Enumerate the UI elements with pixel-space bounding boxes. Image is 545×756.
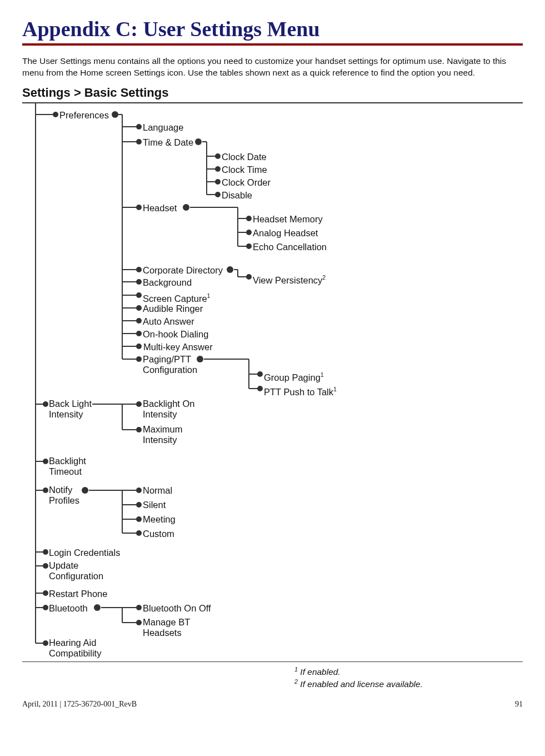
- svg-point-2: [53, 112, 58, 117]
- node-clock-order: Clock Order: [222, 177, 271, 188]
- node-custom: Custom: [143, 528, 174, 539]
- svg-point-31: [136, 279, 142, 285]
- svg-point-8: [43, 488, 48, 493]
- node-multikey-answer: Multi-key Answer: [143, 341, 213, 352]
- node-login-credentials: Login Credentials: [49, 547, 120, 558]
- svg-point-19: [112, 111, 118, 118]
- svg-point-10: [43, 549, 48, 555]
- svg-point-54: [215, 192, 221, 197]
- svg-point-73: [257, 371, 263, 377]
- svg-point-27: [136, 205, 142, 210]
- svg-point-39: [136, 331, 142, 336]
- svg-point-29: [136, 267, 142, 272]
- svg-point-33: [136, 292, 142, 298]
- svg-point-68: [246, 274, 252, 280]
- footer-page-number: 91: [515, 700, 523, 709]
- node-notify-profiles: NotifyProfiles: [49, 485, 79, 506]
- svg-point-18: [43, 640, 48, 646]
- node-disable: Disable: [222, 190, 252, 201]
- node-bt-onoff: Bluetooth On Off: [143, 603, 211, 614]
- node-preferences: Preferences: [59, 110, 109, 121]
- svg-point-97: [136, 605, 142, 610]
- svg-point-79: [136, 401, 142, 407]
- svg-point-86: [136, 488, 142, 493]
- svg-point-25: [136, 139, 142, 145]
- svg-point-41: [136, 344, 142, 349]
- svg-point-93: [94, 604, 101, 611]
- breadcrumb: Settings > Basic Settings: [22, 86, 523, 100]
- node-restart-phone: Restart Phone: [49, 588, 107, 599]
- node-back-light-intensity: Back LightIntensity: [49, 399, 92, 420]
- node-audible-ringer: Audible Ringer: [143, 303, 203, 314]
- svg-point-35: [136, 305, 142, 311]
- intro-paragraph: The User Settings menu contains all the …: [22, 56, 523, 79]
- node-analog-headset: Analog Headset: [253, 227, 318, 238]
- svg-point-48: [215, 153, 221, 159]
- svg-point-90: [136, 516, 142, 522]
- footer-left: April, 2011 | 1725-36720-001_RevB: [22, 700, 137, 709]
- node-silent: Silent: [143, 499, 166, 510]
- node-clock-time: Clock Time: [222, 164, 267, 175]
- svg-point-55: [183, 204, 189, 211]
- node-maximum-intensity: MaximumIntensity: [143, 424, 183, 445]
- node-paging-ptt: Paging/PTTConfiguration: [143, 354, 197, 375]
- node-backlight-on-intensity: Backlight OnIntensity: [143, 399, 195, 420]
- svg-point-59: [246, 216, 252, 221]
- node-view-persistency: View Persistency2: [253, 272, 326, 286]
- node-auto-answer: Auto Answer: [143, 316, 194, 327]
- svg-point-81: [136, 427, 142, 432]
- svg-point-37: [136, 318, 142, 324]
- node-normal: Normal: [143, 485, 172, 496]
- svg-point-61: [246, 230, 252, 235]
- node-background: Background: [143, 277, 192, 288]
- node-bluetooth: Bluetooth: [49, 603, 88, 614]
- svg-point-14: [43, 590, 48, 596]
- svg-point-4: [43, 401, 48, 407]
- svg-point-12: [43, 563, 48, 569]
- node-hearing-aid: Hearing AidCompatibility: [49, 638, 101, 659]
- node-time-date: Time & Date: [143, 137, 193, 148]
- svg-point-63: [246, 243, 252, 249]
- svg-point-99: [136, 620, 142, 625]
- page-title: Appendix C: User Settings Menu: [22, 17, 523, 46]
- svg-point-44: [195, 138, 202, 145]
- svg-point-69: [197, 356, 203, 362]
- node-meeting: Meeting: [143, 514, 176, 525]
- node-language: Language: [143, 122, 183, 133]
- svg-point-43: [136, 356, 142, 362]
- svg-point-6: [43, 459, 48, 464]
- footnotes: 1 If enabled. 2 If enabled and license a…: [294, 665, 523, 690]
- svg-point-52: [215, 179, 221, 185]
- svg-point-88: [136, 502, 142, 508]
- node-backlight-timeout: BacklightTimeout: [49, 456, 86, 477]
- node-clock-date: Clock Date: [222, 151, 267, 162]
- settings-tree-diagram: Preferences Back LightIntensity Backligh…: [22, 102, 523, 662]
- node-ptt-push-to-talk: PTT Push to Talk1: [264, 384, 337, 397]
- svg-point-50: [215, 166, 221, 172]
- node-screen-capture: Screen Capture1: [143, 290, 211, 304]
- node-manage-bt: Manage BTHeadsets: [143, 617, 190, 638]
- node-headset-memory: Headset Memory: [253, 213, 323, 225]
- node-group-paging: Group Paging1: [264, 369, 324, 383]
- svg-point-64: [227, 266, 233, 273]
- node-echo-cancellation: Echo Cancellation: [253, 241, 327, 252]
- svg-point-82: [82, 487, 88, 494]
- node-update-configuration: UpdateConfiguration: [49, 560, 103, 581]
- svg-point-75: [257, 386, 263, 391]
- svg-point-23: [136, 124, 142, 130]
- node-corporate-directory: Corporate Directory: [143, 265, 223, 276]
- node-headset: Headset: [143, 202, 177, 213]
- svg-point-16: [43, 605, 48, 610]
- svg-point-92: [136, 530, 142, 536]
- node-onhook-dialing: On-hook Dialing: [143, 329, 208, 340]
